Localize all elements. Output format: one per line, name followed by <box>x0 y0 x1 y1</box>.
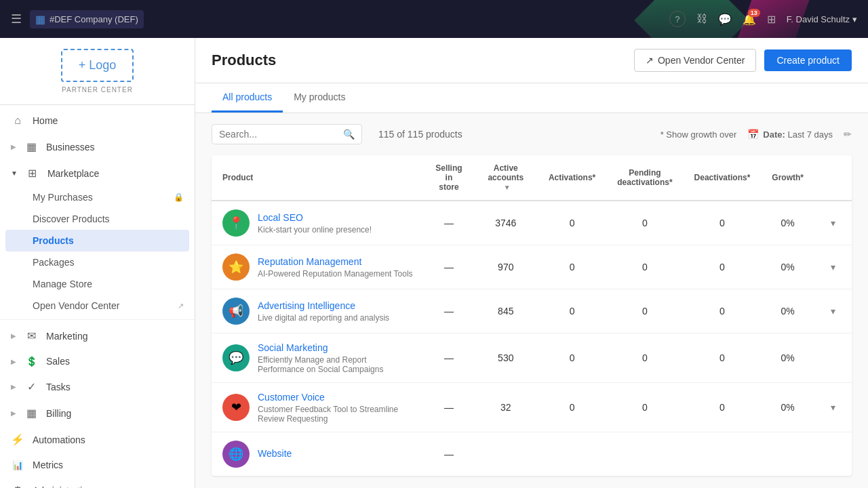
sidebar-item-marketplace[interactable]: ▼ ⊞ Marketplace <box>0 160 195 186</box>
vendor-center-label: Open Vendor Center <box>33 300 119 311</box>
create-product-button[interactable]: Create product <box>764 49 852 71</box>
user-dropdown-arrow: ▾ <box>852 14 857 24</box>
activations-cell-advertising-intelligence: 0 <box>538 289 606 333</box>
table-row: ❤ Customer Voice Customer Feedback Tool … <box>212 383 852 432</box>
company-logo-icon: ▦ <box>35 13 45 26</box>
search-box[interactable]: 🔍 <box>212 124 362 144</box>
deactivations-cell-website <box>684 432 762 476</box>
product-desc-customer-voice: Customer Feedback Tool to Streamline Rev… <box>258 405 413 424</box>
sidebar-item-my-purchases[interactable]: My Purchases 🔒 <box>0 186 195 208</box>
sidebar-item-label: Marketing <box>46 331 184 342</box>
product-cell-reputation-management: ⭐ Reputation Management AI-Powered Reput… <box>212 245 424 289</box>
content-header: Products ↗ Open Vendor Center Create pro… <box>195 38 868 83</box>
open-vendor-center-button[interactable]: ↗ Open Vendor Center <box>634 49 756 72</box>
company-name: #DEF Company (DEF) <box>50 14 138 24</box>
sidebar-item-label: Businesses <box>46 142 184 152</box>
sidebar-item-marketing[interactable]: ▶ ✉ Marketing <box>0 323 195 349</box>
table-area: 🔍 115 of 115 products * Show growth over… <box>195 113 868 488</box>
sidebar-item-products[interactable]: Products <box>5 230 189 251</box>
product-name-reputation-management[interactable]: Reputation Management <box>258 256 361 267</box>
product-icon-reputation-management: ⭐ <box>222 253 250 281</box>
search-icon: 🔍 <box>343 129 355 140</box>
sidebar-logo-area: + Logo PARTNER CENTER <box>0 38 195 105</box>
topbar-icons: ? ⛓ 💬 🔔 13 ⊞ F. David Schultz ▾ <box>669 11 857 27</box>
expand-row-button-local-seo[interactable]: ▾ <box>825 215 841 231</box>
sidebar-item-automations[interactable]: ⚡ Automations <box>0 426 195 453</box>
selling-cell-website: — <box>424 432 474 476</box>
product-count: 115 of 115 products <box>378 129 462 140</box>
chat-icon[interactable]: 💬 <box>718 13 732 26</box>
user-menu[interactable]: F. David Schultz ▾ <box>787 14 857 24</box>
expand-row-button-reputation-management[interactable]: ▾ <box>825 259 841 275</box>
home-icon: ⌂ <box>11 115 24 127</box>
tab-all-products[interactable]: All products <box>212 83 283 113</box>
date-filter[interactable]: 📅 Date: Last 7 days <box>747 129 833 140</box>
sidebar-item-sales[interactable]: ▶ 💲 Sales <box>0 349 195 373</box>
show-growth-label[interactable]: * Show growth over <box>660 129 737 140</box>
col-expand <box>814 155 852 201</box>
sidebar-item-label: Billing <box>46 408 184 419</box>
expand-row-button-advertising-intelligence[interactable]: ▾ <box>825 303 841 319</box>
date-filter-label: Date: Last 7 days <box>763 129 833 140</box>
sidebar-item-discover-products[interactable]: Discover Products <box>0 208 195 230</box>
hamburger-icon[interactable]: ☰ <box>11 12 22 26</box>
search-input[interactable] <box>219 129 338 140</box>
sidebar-item-metrics[interactable]: 📊 Metrics <box>0 453 195 477</box>
topbar: ☰ ▦ #DEF Company (DEF) ? ⛓ 💬 🔔 13 ⊞ F. D… <box>0 0 868 38</box>
selling-cell-customer-voice: — <box>424 383 474 432</box>
pending-deact-cell-reputation-management: 0 <box>606 245 683 289</box>
col-product: Product <box>212 155 424 201</box>
sidebar-item-tasks[interactable]: ▶ ✓ Tasks <box>0 373 195 400</box>
packages-label: Packages <box>33 257 74 268</box>
sidebar-item-packages[interactable]: Packages <box>0 251 195 273</box>
sort-icon: ▼ <box>504 184 511 191</box>
sidebar-item-businesses[interactable]: ▶ ▦ Businesses <box>0 134 195 160</box>
notification-badge: 13 <box>748 9 760 17</box>
sidebar-item-administration[interactable]: ⚙ Administration <box>0 477 195 488</box>
expand-cell-local-seo: ▾ <box>814 201 852 245</box>
sidebar-item-label: Automations <box>33 434 184 445</box>
sidebar-item-label: Administration <box>33 485 184 489</box>
notification-icon[interactable]: 🔔 13 <box>743 13 756 26</box>
expand-row-button-customer-voice[interactable]: ▾ <box>825 399 841 415</box>
deactivations-cell-advertising-intelligence: 0 <box>684 289 762 333</box>
activations-cell-reputation-management: 0 <box>538 245 606 289</box>
product-name-local-seo[interactable]: Local SEO <box>258 212 303 223</box>
active-accounts-cell-social-marketing: 530 <box>474 333 538 383</box>
calendar-icon: 📅 <box>747 129 759 140</box>
selling-cell-reputation-management: — <box>424 245 474 289</box>
product-name-advertising-intelligence[interactable]: Advertising Intelligence <box>258 300 355 311</box>
expand-arrow-icon: ▶ <box>11 358 16 365</box>
header-actions: ↗ Open Vendor Center Create product <box>634 49 852 72</box>
tab-my-products[interactable]: My products <box>283 83 356 113</box>
edit-icon[interactable]: ✏ <box>844 129 852 140</box>
tabs-bar: All products My products <box>195 83 868 113</box>
product-cell-website: 🌐 Website <box>212 432 424 476</box>
expand-arrow-icon: ▶ <box>11 143 16 150</box>
help-icon[interactable]: ? <box>669 11 686 27</box>
product-name-website[interactable]: Website <box>258 448 292 459</box>
deactivations-cell-reputation-management: 0 <box>684 245 762 289</box>
apps-grid-icon[interactable]: ⊞ <box>767 13 776 26</box>
pending-deact-cell-local-seo: 0 <box>606 201 683 245</box>
sidebar-item-open-vendor-center[interactable]: Open Vendor Center ↗ <box>0 295 195 317</box>
growth-cell-reputation-management: 0% <box>761 245 814 289</box>
col-active[interactable]: Activeaccounts ▼ <box>474 155 538 201</box>
expand-cell-advertising-intelligence: ▾ <box>814 289 852 333</box>
vendor-center-btn-icon: ↗ <box>646 55 654 66</box>
metrics-icon: 📊 <box>11 460 24 470</box>
expand-arrow-icon: ▶ <box>11 383 16 390</box>
sidebar-item-label: Sales <box>46 356 184 367</box>
sidebar-logo-box[interactable]: + Logo <box>61 49 134 82</box>
sidebar-item-manage-store[interactable]: Manage Store <box>0 273 195 295</box>
active-accounts-cell-website <box>474 432 538 476</box>
product-name-customer-voice[interactable]: Customer Voice <box>258 392 325 403</box>
link-icon[interactable]: ⛓ <box>696 13 707 25</box>
product-name-social-marketing[interactable]: Social Marketing <box>258 342 328 353</box>
selling-cell-advertising-intelligence: — <box>424 289 474 333</box>
sidebar-item-billing[interactable]: ▶ ▦ Billing <box>0 400 195 426</box>
sidebar-item-home[interactable]: ⌂ Home <box>0 108 195 134</box>
vendor-center-btn-label: Open Vendor Center <box>658 55 745 66</box>
purchases-label: My Purchases <box>33 192 93 203</box>
table-row: 📍 Local SEO Kick-start your online prese… <box>212 201 852 245</box>
